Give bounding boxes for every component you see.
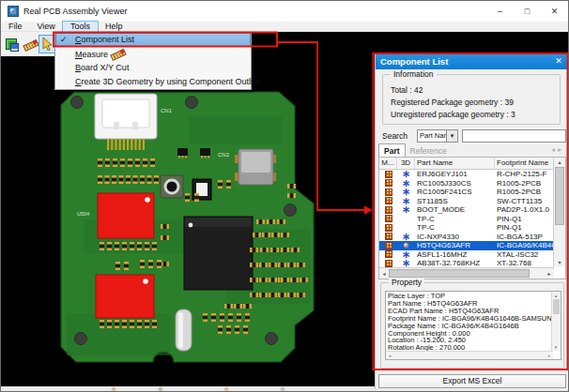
dropdown-arrow-icon[interactable]: ▼ xyxy=(446,130,457,142)
3d-geometry-icon: ∗ xyxy=(402,179,410,187)
table-row[interactable]: TP-CPIN-Q1 xyxy=(379,215,565,224)
transistor-pad xyxy=(182,156,184,158)
3d-geometry-gray-icon xyxy=(403,242,409,249)
scroll-up-icon[interactable]: ▴ xyxy=(552,292,560,299)
property-horizontal-scrollbar[interactable]: ◂ ▸ xyxy=(386,351,553,359)
smd-body xyxy=(105,178,110,182)
table-vertical-scrollbar[interactable]: ▴ ▾ xyxy=(553,158,565,267)
footprint-name-cell: PAD2P-1.0X1.0 xyxy=(495,205,554,215)
smd-body xyxy=(293,278,297,282)
column-header[interactable]: M... xyxy=(379,158,397,169)
table-row[interactable]: ∗ST1185SSW-CTT1135 xyxy=(379,197,565,206)
3d-geometry-icon: ∗ xyxy=(402,259,410,266)
scroll-down-icon[interactable]: ▾ xyxy=(552,343,560,351)
search-input[interactable] xyxy=(462,129,566,143)
smd-body xyxy=(253,293,256,297)
transistor-pad xyxy=(201,156,203,158)
export-3d-model-button[interactable] xyxy=(4,36,20,53)
table-row[interactable]: ∗AB38T-32.768KHZXT-32.768 xyxy=(379,259,565,267)
smd-body xyxy=(227,304,231,309)
column-header[interactable]: Footprint Name xyxy=(495,158,554,169)
scroll-up-icon[interactable]: ▴ xyxy=(555,158,564,167)
cn1-pin xyxy=(127,139,129,150)
scroll-left-icon[interactable]: ◂ xyxy=(386,352,393,359)
3d-cell: ∗ xyxy=(397,188,415,197)
silkscreen-cn2: CN2 xyxy=(218,152,230,158)
scroll-left-icon[interactable]: ◂ xyxy=(379,269,389,279)
tab-part[interactable]: Part xyxy=(378,143,406,157)
part-name-cell: ASFL1-16MHZ xyxy=(415,250,495,260)
table-body: ∗ERJ6GEYJ101R-CHP-2125-F∗RC1005J330CSR10… xyxy=(379,170,565,267)
smd-body xyxy=(128,161,132,165)
board-texture xyxy=(189,116,283,144)
menu-item-create-3d-geometry-by-using-component-outline[interactable]: Create 3D Geometry by using Component Ou… xyxy=(55,75,251,89)
cn1-pin xyxy=(134,139,136,150)
menu-item-component-list[interactable]: Component List✓ xyxy=(55,33,251,47)
capacitor-highlight xyxy=(178,312,183,348)
info-line: Registered Package geometry : 39 xyxy=(391,97,560,109)
smd-body xyxy=(259,219,263,224)
cn1-pin xyxy=(139,139,141,150)
column-header[interactable]: 3D xyxy=(397,158,415,169)
3d-cell: ∗ xyxy=(397,259,415,267)
table-row[interactable]: ∗ERJ6GEYJ101R-CHP-2125-F xyxy=(379,170,565,179)
table-row[interactable]: ∗IC-NXP4330IC-BGA-513P xyxy=(379,233,565,242)
smd-body xyxy=(269,219,273,224)
panel-close-icon[interactable]: ✕ xyxy=(552,53,565,69)
smd-body xyxy=(226,328,231,332)
export-excel-button[interactable]: Export MS Excel xyxy=(378,374,566,388)
tools-menu-popup: Component List✓MeasureBoard X/Y CutCreat… xyxy=(54,32,252,90)
3d-cell: ∗ xyxy=(397,197,415,206)
3d-geometry-icon: ∗ xyxy=(402,188,410,195)
scroll-right-icon[interactable]: ▸ xyxy=(546,352,553,359)
smd-body xyxy=(163,224,167,229)
mount-cell xyxy=(379,241,397,250)
table-row[interactable]: ∗RC1005J330CSR1005-2PCB xyxy=(379,179,565,188)
smd-body xyxy=(120,161,125,165)
search-filter-dropdown[interactable]: Part Name ▼ xyxy=(417,129,458,143)
mounting-hole xyxy=(266,333,278,345)
table-row[interactable]: ∗BOOT_MODEPAD2P-1.0X1.0 xyxy=(379,205,565,215)
select-cursor-button[interactable] xyxy=(39,36,55,53)
measure-button[interactable] xyxy=(22,36,38,53)
table-row[interactable]: H5TQ4G63AFRIC-BGA96/K4B4G1646B xyxy=(379,241,565,250)
part-name-cell: TP-C xyxy=(415,223,495,233)
scroll-thumb[interactable] xyxy=(555,167,564,225)
scroll-right-icon[interactable]: ▸ xyxy=(545,269,554,279)
scroll-thumb[interactable] xyxy=(553,299,560,314)
smd-body xyxy=(284,233,287,237)
table-row[interactable]: ∗ASFL1-16MHZXTAL-ISC32 xyxy=(379,250,565,260)
menu-file[interactable]: File xyxy=(1,22,30,32)
smd-body xyxy=(262,278,266,282)
menu-view[interactable]: View xyxy=(30,22,63,32)
smd-body xyxy=(294,248,298,252)
menu-item-board-x-y-cut[interactable]: Board X/Y Cut xyxy=(55,61,251,75)
tab-scroll-arrows[interactable]: ◂▸ xyxy=(551,145,564,154)
smd-body xyxy=(194,196,199,200)
mount-icon xyxy=(385,224,392,232)
mount-cell xyxy=(379,170,397,179)
property-vertical-scrollbar[interactable]: ▴ ▾ xyxy=(551,292,561,351)
tab-reference[interactable]: Reference xyxy=(406,144,452,158)
menu-item-measure[interactable]: Measure xyxy=(55,47,251,61)
smd-body xyxy=(274,233,278,237)
smd-body xyxy=(280,219,284,224)
column-header[interactable]: Part Name xyxy=(415,158,495,169)
minimize-button[interactable]: – xyxy=(486,1,514,22)
menu-help[interactable]: Help xyxy=(98,22,131,32)
title-bar: Real PCB Assembly Viewer – □ ✕ xyxy=(1,1,568,22)
property-group: Property Place Layer : TOPPart Name : H5… xyxy=(380,282,564,369)
footprint-name-cell: R1005-2PCB xyxy=(495,179,554,188)
smd-body xyxy=(140,178,145,182)
scroll-down-icon[interactable]: ▾ xyxy=(555,258,564,267)
smd-body xyxy=(124,264,129,268)
smd-body xyxy=(126,178,131,182)
smd-body xyxy=(135,161,140,165)
smd-body xyxy=(154,178,159,182)
table-row[interactable]: TP-CPIN-Q1 xyxy=(379,223,565,233)
scroll-thumb[interactable] xyxy=(389,269,530,278)
close-button[interactable]: ✕ xyxy=(541,1,568,22)
menu-tools[interactable]: Tools xyxy=(63,22,98,32)
table-row[interactable]: ∗RC1005F241CSR1005-2PCB xyxy=(379,188,565,197)
maximize-button[interactable]: □ xyxy=(514,1,541,22)
